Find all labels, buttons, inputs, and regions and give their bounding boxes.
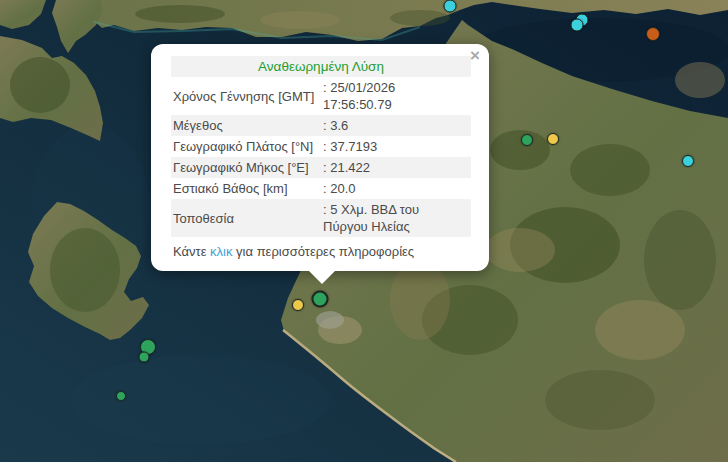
table-row: Γεωγραφικό Πλάτος [°N] : 37.7193 bbox=[171, 136, 471, 157]
earthquake-marker[interactable] bbox=[292, 299, 304, 311]
earthquake-marker[interactable] bbox=[444, 0, 457, 13]
detail-label: Γεωγραφικό Μήκος [°E] bbox=[171, 157, 321, 178]
popup-title: Αναθεωρημένη Λύση bbox=[171, 56, 471, 77]
earthquake-map-app: × Αναθεωρημένη Λύση Χρόνος Γέννησης [GMT… bbox=[0, 0, 728, 462]
earthquake-marker[interactable] bbox=[521, 134, 533, 146]
close-icon[interactable]: × bbox=[470, 47, 480, 64]
earthquake-marker[interactable] bbox=[547, 133, 559, 145]
detail-value: : 20.0 bbox=[321, 178, 471, 199]
earthquake-details-table: Αναθεωρημένη Λύση Χρόνος Γέννησης [GMT] … bbox=[171, 56, 471, 237]
earthquake-marker[interactable] bbox=[682, 155, 694, 167]
table-row: Μέγεθος : 3.6 bbox=[171, 115, 471, 136]
footer-text-suffix: για περισσότερες πληροφορίες bbox=[236, 244, 414, 259]
earthquake-marker[interactable] bbox=[646, 27, 660, 41]
detail-value: : 25/01/2026 17:56:50.79 bbox=[321, 77, 471, 115]
detail-value: : 3.6 bbox=[321, 115, 471, 136]
detail-value: : 37.7193 bbox=[321, 136, 471, 157]
detail-value: : 21.422 bbox=[321, 157, 471, 178]
earthquake-marker[interactable] bbox=[116, 391, 126, 401]
popup-tail bbox=[308, 270, 336, 284]
table-row: Γεωγραφικό Μήκος [°E] : 21.422 bbox=[171, 157, 471, 178]
selected-earthquake-marker[interactable] bbox=[312, 291, 329, 308]
detail-label: Γεωγραφικό Πλάτος [°N] bbox=[171, 136, 321, 157]
detail-label: Χρόνος Γέννησης [GMT] bbox=[171, 77, 321, 115]
earthquake-marker[interactable] bbox=[571, 19, 584, 32]
table-row: Τοποθεσία : 5 Χλμ. ΒΒΔ του Πύργου Ηλείας bbox=[171, 199, 471, 237]
footer-text-prefix: Κάντε bbox=[173, 244, 206, 259]
detail-value: : 5 Χλμ. ΒΒΔ του Πύργου Ηλείας bbox=[321, 199, 471, 237]
table-row: Εστιακό Βάθος [km] : 20.0 bbox=[171, 178, 471, 199]
table-title-row: Αναθεωρημένη Λύση bbox=[171, 56, 471, 77]
earthquake-popup: × Αναθεωρημένη Λύση Χρόνος Γέννησης [GMT… bbox=[151, 44, 489, 271]
detail-label: Εστιακό Βάθος [km] bbox=[171, 178, 321, 199]
table-row: Χρόνος Γέννησης [GMT] : 25/01/2026 17:56… bbox=[171, 77, 471, 115]
detail-label: Τοποθεσία bbox=[171, 199, 321, 237]
more-info-link[interactable]: κλικ bbox=[210, 244, 232, 259]
popup-footer: Κάντε κλικ για περισσότερες πληροφορίες bbox=[171, 243, 471, 261]
earthquake-marker[interactable] bbox=[139, 352, 150, 363]
detail-label: Μέγεθος bbox=[171, 115, 321, 136]
